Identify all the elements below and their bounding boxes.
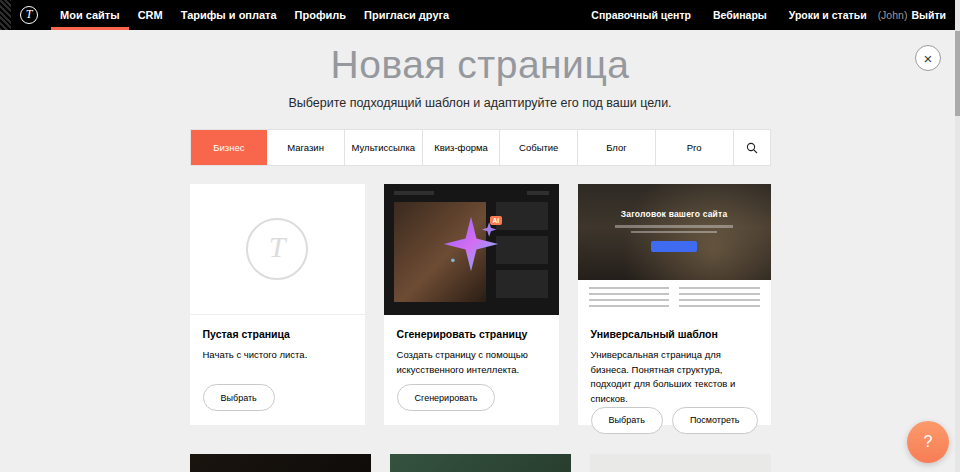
card-title: Пустая страница bbox=[203, 328, 352, 340]
preview-hero-title: Заголовок вашего сайта bbox=[578, 184, 771, 219]
card-title: Сгенерировать страницу bbox=[397, 328, 546, 340]
nav-invite-friend[interactable]: Пригласи друга bbox=[355, 0, 458, 30]
card-actions: Выбрать Посмотреть bbox=[591, 407, 758, 434]
ai-badge: AI bbox=[490, 216, 503, 225]
card-body: Пустая страница Начать с чистого листа. … bbox=[190, 315, 365, 425]
main-nav: Мои сайты CRM Тарифы и оплата Профиль Пр… bbox=[51, 0, 458, 30]
card-template bbox=[390, 454, 571, 472]
tab-business[interactable]: Бизнес bbox=[191, 130, 268, 165]
tab-quiz-form[interactable]: Квиз-форма bbox=[423, 130, 501, 165]
nav-my-sites[interactable]: Мои сайты bbox=[51, 0, 129, 30]
tab-event[interactable]: Событие bbox=[500, 130, 578, 165]
preview-hero: Заголовок вашего сайта bbox=[578, 184, 771, 280]
ai-preview-image: AI bbox=[384, 184, 559, 315]
link-lessons[interactable]: Уроки и статьи bbox=[778, 0, 878, 30]
nav-crm[interactable]: CRM bbox=[129, 0, 172, 30]
card-template bbox=[590, 454, 771, 472]
scrollbar-thumb[interactable] bbox=[955, 31, 960, 116]
view-template-button[interactable]: Посмотреть bbox=[672, 407, 758, 434]
select-blank-button[interactable]: Выбрать bbox=[203, 384, 275, 411]
search-icon bbox=[746, 142, 758, 154]
tab-blog[interactable]: Блог bbox=[578, 130, 656, 165]
card-actions: Сгенерировать bbox=[397, 384, 546, 411]
blank-page-preview: T bbox=[190, 184, 365, 315]
template-preview-image bbox=[190, 454, 371, 472]
card-body: Сгенерировать страницу Создать страницу … bbox=[384, 315, 559, 425]
page-subtitle: Выберите подходящий шаблон и адаптируйте… bbox=[0, 96, 960, 110]
template-grid-row2 bbox=[190, 454, 771, 472]
template-grid: T Пустая страница Начать с чистого листа… bbox=[190, 184, 771, 425]
card-universal-template: Заголовок вашего сайта Универсальный шаб… bbox=[578, 184, 771, 425]
help-button[interactable]: ? bbox=[907, 421, 949, 463]
tilda-logo-icon: T bbox=[246, 218, 308, 280]
card-blank-page: T Пустая страница Начать с чистого листа… bbox=[190, 184, 365, 425]
close-button[interactable]: × bbox=[915, 45, 941, 71]
template-category-tabs: Бизнес Магазин Мультиссылка Квиз-форма С… bbox=[190, 129, 771, 166]
topbar-right: Справочный центр Вебинары Уроки и статьи… bbox=[580, 0, 946, 30]
tab-shop[interactable]: Магазин bbox=[267, 130, 345, 165]
select-template-button[interactable]: Выбрать bbox=[591, 407, 663, 434]
link-webinars[interactable]: Вебинары bbox=[702, 0, 778, 30]
topbar: T Мои сайты CRM Тарифы и оплата Профиль … bbox=[0, 0, 960, 30]
search-tab[interactable] bbox=[734, 130, 770, 165]
topbar-texture bbox=[0, 0, 11, 30]
user-name[interactable]: (John) bbox=[878, 9, 908, 21]
nav-profile[interactable]: Профиль bbox=[286, 0, 355, 30]
universal-preview-image: Заголовок вашего сайта bbox=[578, 184, 771, 315]
card-description: Начать с чистого листа. bbox=[203, 348, 352, 363]
card-description: Создать страницу с помощью искусственног… bbox=[397, 348, 546, 377]
question-icon: ? bbox=[924, 433, 933, 451]
tab-pro[interactable]: Pro bbox=[656, 130, 734, 165]
template-preview-image bbox=[390, 454, 571, 472]
link-help-center[interactable]: Справочный центр bbox=[580, 0, 702, 30]
generate-button[interactable]: Сгенерировать bbox=[397, 384, 496, 411]
card-template bbox=[190, 454, 371, 472]
card-title: Универсальный шаблон bbox=[591, 328, 758, 340]
page-title: Новая страница bbox=[0, 43, 960, 87]
preview-hero-button bbox=[651, 241, 697, 252]
preview-text-section bbox=[578, 280, 771, 315]
logout-link[interactable]: Выйти bbox=[911, 9, 946, 21]
card-actions: Выбрать bbox=[203, 384, 352, 411]
close-icon: × bbox=[924, 51, 933, 66]
nav-tariffs[interactable]: Тарифы и оплата bbox=[172, 0, 286, 30]
template-preview-image bbox=[590, 454, 771, 472]
logo-button[interactable]: T bbox=[11, 0, 51, 30]
tab-multilink[interactable]: Мультиссылка bbox=[345, 130, 423, 165]
card-body: Универсальный шаблон Универсальная стран… bbox=[578, 315, 771, 448]
tilda-logo-icon: T bbox=[20, 6, 38, 24]
card-description: Универсальная страница для бизнеса. Поня… bbox=[591, 348, 758, 407]
card-ai-generate: AI Сгенерировать страницу Создать страни… bbox=[384, 184, 559, 425]
